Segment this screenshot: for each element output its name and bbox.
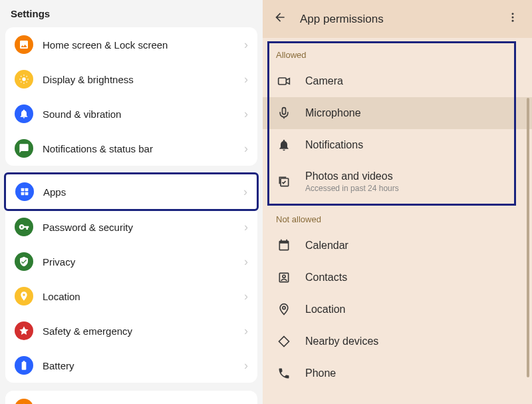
sidebar-item-battery[interactable]: Battery › — [5, 348, 257, 383]
scrollbar[interactable] — [527, 98, 529, 377]
perm-label: Nearby devices — [305, 335, 519, 347]
sidebar-item-apps[interactable]: Apps › — [4, 172, 259, 211]
emergency-icon — [15, 321, 33, 340]
sidebar-item-location[interactable]: Location › — [5, 279, 257, 313]
contacts-icon — [276, 271, 292, 284]
svg-rect-8 — [279, 78, 287, 85]
chevron-right-icon: › — [244, 107, 248, 121]
chevron-right-icon: › — [244, 324, 248, 338]
mic-icon — [276, 106, 292, 120]
sidebar-item-password[interactable]: Password & security › — [5, 210, 257, 244]
brightness-icon — [15, 70, 33, 89]
nearby-icon — [276, 335, 292, 348]
sidebar-item-home-lock[interactable]: Home screen & Lock screen › — [5, 27, 257, 62]
svg-rect-3 — [21, 192, 25, 196]
sidebar-item-notifications[interactable]: Notifications & status bar › — [5, 131, 257, 166]
permissions-panel: App permissions Allowed Camera Microphon… — [263, 0, 532, 404]
perm-item-notifications[interactable]: Notifications — [263, 129, 532, 161]
shield-icon — [15, 252, 33, 271]
bell-icon — [15, 104, 33, 123]
perm-item-contacts[interactable]: Contacts — [263, 262, 532, 294]
chevron-right-icon: › — [244, 220, 248, 234]
sidebar-item-label: Location — [43, 291, 244, 302]
perm-label: Notifications — [305, 139, 519, 151]
svg-rect-4 — [25, 192, 29, 196]
sidebar-item-label: Sound & vibration — [43, 108, 244, 120]
permissions-title: App permissions — [300, 13, 500, 26]
svg-point-13 — [283, 306, 285, 309]
perm-label: Location — [305, 303, 519, 315]
perm-item-photos[interactable]: Photos and videos Accessed in past 24 ho… — [263, 161, 532, 202]
settings-title: Settings — [0, 0, 263, 27]
perm-label: Photos and videos — [305, 170, 519, 182]
sidebar-item-label: Notifications & status bar — [43, 143, 244, 154]
photos-icon — [276, 175, 292, 188]
sidebar-item-label: Apps — [43, 186, 243, 198]
chevron-right-icon: › — [244, 290, 248, 303]
chevron-right-icon: › — [244, 73, 248, 87]
sidebar-item-display[interactable]: Display & brightness › — [5, 62, 257, 97]
permissions-header: App permissions — [263, 0, 532, 38]
perm-item-microphone[interactable]: Microphone — [263, 97, 532, 129]
perm-item-nearby[interactable]: Nearby devices — [263, 325, 532, 357]
sidebar-item-special[interactable]: Special features › — [5, 391, 257, 404]
chevron-right-icon: › — [244, 38, 248, 52]
not-allowed-label: Not allowed — [263, 202, 532, 230]
calendar-icon — [276, 239, 292, 252]
sidebar-item-sound[interactable]: Sound & vibration › — [5, 97, 257, 131]
overflow-menu-button[interactable] — [500, 9, 525, 29]
perm-item-camera[interactable]: Camera — [263, 65, 532, 97]
chevron-right-icon: › — [244, 255, 248, 269]
sidebar-item-label: Battery — [43, 360, 244, 371]
svg-point-0 — [22, 77, 25, 81]
svg-point-5 — [512, 13, 514, 15]
perm-label: Calendar — [305, 240, 519, 252]
phone-icon — [276, 367, 292, 380]
perm-label: Phone — [305, 367, 519, 379]
permissions-body: Allowed Camera Microphone Notifications — [263, 38, 532, 404]
settings-group-0: Home screen & Lock screen › Display & br… — [5, 27, 257, 166]
svg-rect-1 — [21, 188, 25, 192]
location-icon — [15, 287, 33, 305]
key-icon — [15, 218, 33, 236]
perm-item-location[interactable]: Location — [263, 294, 532, 325]
sidebar-item-privacy[interactable]: Privacy › — [5, 244, 257, 279]
perm-item-phone[interactable]: Phone — [263, 357, 532, 389]
sidebar-item-safety[interactable]: Safety & emergency › — [5, 313, 257, 348]
bell-icon — [276, 138, 292, 152]
apps-icon — [15, 182, 34, 201]
perm-label: Camera — [305, 75, 519, 87]
location-pin-icon — [276, 303, 292, 316]
sidebar-item-label: Privacy — [43, 256, 244, 268]
camera-icon — [276, 75, 292, 88]
svg-rect-2 — [25, 188, 29, 192]
svg-rect-9 — [283, 108, 286, 114]
perm-label: Microphone — [305, 107, 519, 119]
sidebar-item-label: Display & brightness — [43, 74, 244, 85]
settings-group-1: Apps › Password & security › Privacy › L… — [5, 174, 257, 383]
svg-point-6 — [512, 17, 514, 19]
sidebar-item-label: Safety & emergency — [43, 325, 244, 337]
battery-icon — [15, 356, 33, 375]
svg-point-7 — [512, 20, 514, 22]
perm-label: Contacts — [305, 272, 519, 284]
sidebar-item-label: Home screen & Lock screen — [43, 39, 244, 51]
svg-point-12 — [283, 275, 285, 278]
notifications-icon — [15, 139, 33, 158]
chevron-right-icon: › — [244, 401, 248, 405]
settings-group-2: Special features › — [5, 391, 257, 404]
perm-item-calendar[interactable]: Calendar — [263, 230, 532, 262]
back-button[interactable] — [269, 8, 293, 30]
perm-sublabel: Accessed in past 24 hours — [305, 184, 519, 193]
home-icon — [15, 35, 33, 54]
sidebar-item-label: Password & security — [43, 222, 244, 233]
chevron-right-icon: › — [244, 359, 248, 373]
settings-panel: Settings Home screen & Lock screen › Dis… — [0, 0, 263, 404]
chevron-right-icon: › — [244, 142, 248, 156]
star-icon — [15, 399, 33, 404]
allowed-label: Allowed — [263, 38, 532, 65]
chevron-right-icon: › — [243, 185, 247, 199]
